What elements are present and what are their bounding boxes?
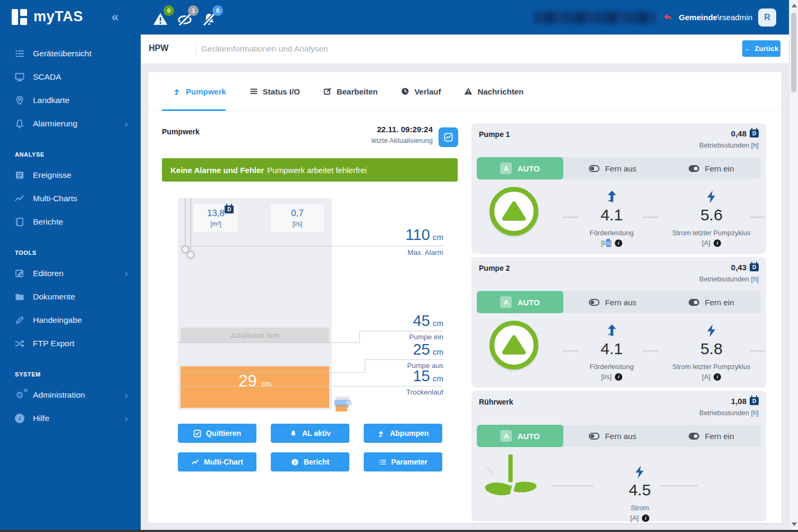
sidebar-item-editoren[interactable]: Editoren › bbox=[0, 262, 141, 285]
chevron-right-icon: › bbox=[125, 390, 128, 400]
sidebar-collapse-icon[interactable]: « bbox=[111, 10, 118, 24]
sidebar-item-ftp-export[interactable]: FTP Export bbox=[0, 332, 141, 355]
info-icon[interactable]: i bbox=[615, 239, 622, 247]
info-icon[interactable]: i bbox=[642, 514, 649, 522]
info-icon[interactable]: i bbox=[714, 239, 721, 247]
current-level: 29 cm bbox=[181, 366, 329, 391]
sidebar-item-alarmierung[interactable]: Alarmierung › bbox=[0, 112, 141, 135]
sidebar-item-multi-charts[interactable]: Multi-Charts bbox=[0, 187, 141, 210]
parameter-list-icon bbox=[379, 458, 387, 466]
tab-nachrichten[interactable]: Nachrichten bbox=[464, 87, 524, 96]
calendar-d-icon[interactable]: D bbox=[750, 397, 759, 405]
sidebar-item-ereignisse[interactable]: Ereignisse bbox=[0, 164, 141, 187]
bell-slash-icon[interactable]: 0 bbox=[201, 9, 218, 26]
avatar[interactable]: R bbox=[758, 8, 776, 27]
topbar: myTAS « 0 1 0 Gemeinde\rseadmin R bbox=[0, 0, 789, 35]
tank-fill-level: 29 cm bbox=[181, 366, 329, 408]
report-book-icon bbox=[14, 216, 25, 228]
parameter-button[interactable]: Parameter bbox=[364, 452, 442, 471]
mode-remote-on-button[interactable]: Fern ein bbox=[662, 157, 761, 179]
acknowledge-button[interactable]: Quittieren bbox=[178, 424, 256, 443]
sidebar-item-dokumente[interactable]: Dokumente bbox=[0, 285, 141, 308]
eye-slash-icon[interactable]: 1 bbox=[177, 9, 194, 26]
mode-auto-button[interactable]: AAUTO bbox=[477, 291, 563, 313]
chart-report-icon bbox=[443, 132, 453, 142]
alarm-active-button[interactable]: AL aktiv bbox=[271, 424, 349, 443]
toggle-on-icon bbox=[689, 433, 699, 440]
last-update: 22.11. 09:29:24 letzte Aktualisierung bbox=[307, 125, 433, 144]
sidebar-item-label: Geräteübersicht bbox=[33, 49, 128, 58]
float-switch-cable bbox=[185, 198, 186, 249]
level-max-alarm-value: 110cm bbox=[348, 226, 443, 244]
tab-verlauf[interactable]: Verlauf bbox=[401, 87, 441, 96]
scrollbar-down-arrow[interactable] bbox=[792, 522, 797, 526]
lightning-icon bbox=[664, 187, 759, 204]
report-button[interactable]: Bericht bbox=[271, 452, 349, 471]
scrollbar-thumb[interactable] bbox=[791, 13, 796, 92]
tab-bearbeiten[interactable]: Bearbeiten bbox=[323, 87, 378, 96]
metric-current: 5.8 Strom letzter Pumpzyklus [A]i bbox=[664, 321, 759, 381]
active-tab-indicator bbox=[162, 109, 226, 111]
auto-icon: A bbox=[500, 296, 512, 308]
monitor-icon bbox=[14, 71, 25, 83]
mode-remote-on-button[interactable]: Fern ein bbox=[662, 291, 761, 313]
tank-inflow-value: 0,7 bbox=[271, 208, 324, 219]
flow-unit: [l/s]i bbox=[564, 239, 659, 247]
mode-selector: AAUTO Fern aus Fern ein bbox=[477, 157, 761, 179]
mode-remote-off-button[interactable]: Fern aus bbox=[563, 425, 662, 447]
device-list-icon bbox=[14, 48, 25, 59]
alarm-warning-icon[interactable]: 0 bbox=[152, 9, 169, 26]
sidebar-item-geraeteuebersicht[interactable]: Geräteübersicht bbox=[0, 42, 141, 65]
calendar-d-icon[interactable]: D bbox=[225, 205, 234, 213]
page-header: HPW Geräteinformationen und Analysen ←Zu… bbox=[141, 35, 789, 63]
mode-selector: AAUTO Fern aus Fern ein bbox=[477, 291, 761, 313]
sidebar-item-label: Berichte bbox=[33, 217, 128, 227]
mode-remote-off-button[interactable]: Fern aus bbox=[563, 291, 662, 313]
info-icon[interactable]: i bbox=[714, 373, 721, 381]
back-button-label: Zurück bbox=[754, 45, 778, 53]
flow-unit: [l/s]i bbox=[564, 373, 659, 381]
sidebar-item-administration[interactable]: ⚙⚙ Administration › bbox=[0, 383, 141, 407]
user-account: \rseadmin bbox=[717, 13, 752, 22]
mode-remote-on-button[interactable]: Fern ein bbox=[662, 425, 761, 447]
calendar-d-icon[interactable]: D bbox=[750, 130, 759, 138]
mode-auto-button[interactable]: AAUTO bbox=[477, 425, 563, 447]
multi-chart-button[interactable]: Multi-Chart bbox=[178, 452, 256, 471]
logo[interactable]: myTAS bbox=[12, 8, 83, 25]
sidebar-item-label: Editoren bbox=[33, 269, 125, 278]
tab-bar: Pumpwerk Status I/O Bearbeiten Verlauf N… bbox=[148, 72, 782, 111]
tab-pumpwerk[interactable]: Pumpwerk bbox=[173, 87, 226, 96]
button-label: Quittieren bbox=[206, 429, 241, 437]
info-icon[interactable]: i bbox=[615, 373, 622, 381]
sidebar-item-label: Hilfe bbox=[33, 414, 125, 423]
mode-label: Fern ein bbox=[705, 432, 734, 441]
report-quick-button[interactable] bbox=[439, 127, 458, 147]
mode-auto-button[interactable]: AAUTO bbox=[477, 157, 563, 179]
pump-down-button[interactable]: Abpumpen bbox=[364, 424, 442, 443]
tab-status-io[interactable]: Status I/O bbox=[250, 87, 300, 96]
lightning-icon bbox=[664, 321, 759, 338]
metric-flow: 4.1 Förderleistung [l/s]i bbox=[564, 321, 659, 381]
operating-hours-label: Betriebsstunden [h] bbox=[699, 275, 759, 283]
status-banner-text: Pumpwerk arbeitet fehlerfrei bbox=[267, 166, 367, 175]
card-title: Pumpe 2 bbox=[479, 264, 510, 272]
sidebar-item-scada[interactable]: SCADA bbox=[0, 65, 141, 89]
sidebar-item-landkarte[interactable]: Landkarte bbox=[0, 89, 141, 112]
user-name[interactable]: Gemeinde\rseadmin bbox=[679, 13, 752, 22]
toggle-off-icon bbox=[589, 165, 599, 172]
sidebar-item-berichte[interactable]: Berichte bbox=[0, 210, 141, 234]
mode-label: Fern aus bbox=[605, 432, 636, 441]
mode-remote-off-button[interactable]: Fern aus bbox=[563, 157, 662, 179]
logout-arrow-icon[interactable] bbox=[663, 12, 673, 23]
scrollbar-up-arrow[interactable] bbox=[792, 4, 797, 7]
calendar-d-icon[interactable]: D bbox=[750, 263, 759, 271]
vertical-scrollbar[interactable] bbox=[789, 0, 798, 530]
back-button[interactable]: ←Zurück bbox=[742, 40, 780, 57]
current-label: Strom letzter Pumpzyklus bbox=[664, 229, 759, 237]
level-line-pump-on bbox=[178, 342, 359, 343]
card-title: Rührwerk bbox=[479, 398, 513, 406]
sidebar-item-handeingabe[interactable]: Handeingabe bbox=[0, 308, 141, 332]
logo-text: myTAS bbox=[33, 8, 83, 25]
sidebar-item-hilfe[interactable]: i Hilfe › bbox=[0, 407, 141, 430]
level-pump-off-value: 25cm bbox=[348, 341, 443, 358]
